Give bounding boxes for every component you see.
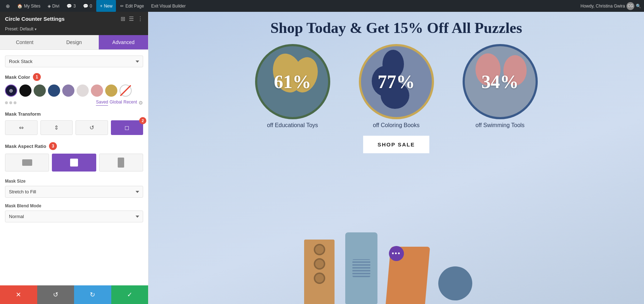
wp-logo[interactable]: ⊕ [3,0,13,12]
color-swatch-slash[interactable] [119,85,132,97]
divi-icon: ◈ [48,4,51,9]
redo-button[interactable]: ↻ [74,285,111,304]
comments-menu[interactable]: 💬 3 [64,0,79,12]
cancel-button[interactable]: ✕ [0,285,37,304]
color-swatch-active[interactable]: ⊕ [5,85,17,97]
flip-vertical-btn[interactable]: ⇕ [40,120,73,135]
mask-size-select[interactable]: Stretch to Fill Fit Actual Size [5,186,143,198]
aspect-tall-btn[interactable] [99,154,143,172]
color-tab-recent[interactable]: Recent [123,100,137,106]
confirm-button[interactable]: ✓ [111,285,148,304]
mask-size-section: Mask Size Stretch to Fill Fit Actual Siz… [5,179,143,198]
more-icon[interactable]: ⋮ [137,15,143,22]
tab-design[interactable]: Design [49,35,99,49]
color-swatch-black[interactable] [19,85,31,97]
counter-label-1: off Educational Toys [267,122,318,129]
color-swatch-pink[interactable] [91,85,103,97]
color-dot [5,101,8,104]
mask-transform-section: Mask Transform ⇔ ⇕ ↺ ◻ 2 [5,111,143,135]
aspect-wide-btn[interactable] [5,154,49,172]
aspect-square-btn[interactable] [52,154,96,172]
counter-item-2: 77% off Coloring Books [359,44,434,129]
hole-2 [314,258,325,270]
preset-arrow-icon[interactable]: ▾ [35,27,36,31]
mask-color-section: Mask Color 1 ⊕ [5,73,143,106]
blue-toy-container [438,266,472,304]
panel-footer: ✕ ↺ ↻ ✓ [0,285,148,304]
counter-item-3: 34% off Swimming Tools [463,44,538,129]
chat-menu[interactable]: 💬 0 [80,0,95,12]
new-button[interactable]: + New [96,0,116,12]
layout-icon[interactable]: ☰ [129,15,134,22]
color-tab-global[interactable]: Global [109,100,122,106]
cancel-icon: ✕ [16,291,21,299]
color-swatch-purple[interactable] [62,85,74,97]
responsive-icon[interactable]: ⊞ [121,15,125,22]
color-dot [14,101,16,104]
counter-circle-3: 34% [463,44,538,119]
color-swatch-light[interactable] [77,85,89,97]
transform-badge: 2 [139,117,146,124]
square-rect [70,159,78,167]
counter-label-2: off Coloring Books [373,122,419,129]
undo-button[interactable]: ↺ [37,285,74,304]
mask-color-badge: 1 [33,73,41,81]
tall-rect [118,158,124,168]
hero-title: Shop Today & Get 15% Off All Puzzles [148,19,644,37]
bottom-scene [297,222,644,304]
blue-circle-toy [438,266,472,300]
color-swatches: ⊕ [5,85,143,97]
hole-3 [314,272,325,284]
mask-transform-label: Mask Transform [5,111,143,117]
color-swatch-gold[interactable] [105,85,117,97]
flip-horizontal-btn[interactable]: ⇔ [5,120,38,135]
font-select[interactable]: Rock Stack [5,56,143,67]
mask-aspect-badge: 3 [49,142,57,150]
wide-rect [22,159,32,166]
hole-1 [314,244,325,255]
wrench-shape [345,232,377,304]
counter-item-1: 61% off Educational Toys [255,44,330,129]
edit-page-button[interactable]: ✏ Edit Page [117,0,147,12]
mask-aspect-ratio-section: Mask Aspect Ratio 3 [5,142,143,172]
user-avatar[interactable]: CG [626,2,634,10]
panel-content: Rock Stack Mask Color 1 ⊕ [0,50,148,285]
font-select-row: Rock Stack [5,56,143,67]
comment-icon: 💬 [67,4,72,9]
chat-icon: 💬 [83,4,88,9]
tab-advanced[interactable]: Advanced [99,35,148,49]
my-sites-menu[interactable]: 🏠 My Sites [14,0,43,12]
floating-dots-button[interactable]: ••• [389,246,404,261]
color-swatch-darkgreen[interactable] [34,85,46,97]
counter-label-3: off Swimming Tools [475,122,525,129]
aspect-ratio-buttons [5,154,143,172]
tab-content[interactable]: Content [0,35,49,49]
exit-visual-builder-button[interactable]: Exit Visual Builder [148,0,189,12]
counter-value-3: 34% [482,71,519,92]
preset-row: Preset: Default ▾ [0,26,148,35]
mask-blend-mode-section: Mask Blend Mode Normal Multiply Screen O… [5,203,143,222]
color-dot [9,101,12,104]
search-icon[interactable]: 🔍 [636,4,641,9]
color-tab-saved[interactable]: Saved [96,100,108,106]
wooden-block-1 [304,240,335,304]
divi-menu[interactable]: ◈ Divi [45,0,62,12]
invert-btn[interactable]: ◻ 2 [111,120,143,135]
rotate-icon: ↺ [89,124,94,131]
counter-value-2: 77% [378,71,415,92]
preset-label: Preset: Default [5,26,33,32]
settings-panel: Circle Counter Settings ⊞ ☰ ⋮ Preset: De… [0,12,148,304]
confirm-icon: ✓ [127,291,132,299]
wp-admin-bar: ⊕ 🏠 My Sites ◈ Divi 💬 3 💬 0 + New ✏ Edit… [0,0,644,12]
panel-header-icons: ⊞ ☰ ⋮ [121,15,143,22]
color-settings-icon[interactable]: ⚙ [138,100,143,106]
panel-title: Circle Counter Settings [5,16,65,22]
shop-sale-button[interactable]: SHOP SALE [363,136,429,153]
home-icon: 🏠 [17,4,23,9]
counter-circle-1: 61% [255,44,330,119]
rotate-btn[interactable]: ↺ [75,120,108,135]
mask-blend-mode-select[interactable]: Normal Multiply Screen Overlay [5,211,143,222]
admin-bar-right: Howdy, Christina Gwira CG 🔍 [581,2,641,10]
color-swatch-navy[interactable] [48,85,60,97]
undo-icon: ↺ [53,291,58,299]
